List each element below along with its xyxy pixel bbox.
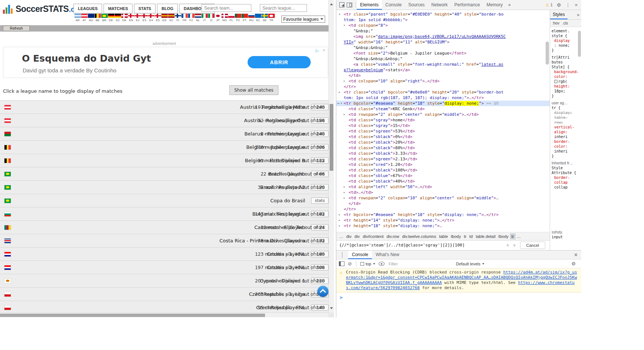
country-flag-link[interactable]: JP (215, 14, 221, 22)
country-flag-link[interactable]: TR (268, 14, 275, 22)
ad-close-icon[interactable]: × (323, 48, 325, 52)
country-flag-link[interactable]: RU (248, 14, 255, 22)
tree-toggle-arrow-icon[interactable]: ▸ (343, 195, 345, 201)
nav-button[interactable]: BLOG (157, 4, 178, 13)
nav-button[interactable]: MATCHES (104, 4, 133, 13)
tree-toggle-arrow-icon[interactable]: ▾ (340, 101, 342, 106)
dom-tree-line[interactable]: <td class="sblack">3.33</td> (336, 151, 550, 156)
style-rule-line[interactable]: } (552, 94, 581, 98)
stats-button[interactable]: stats (311, 197, 328, 204)
breadcrumb-item[interactable]: tr (462, 233, 468, 239)
style-rule-line[interactable]: element. (552, 29, 581, 33)
style-rule-line[interactable]: align: (552, 130, 581, 134)
league-row[interactable]: Belgium - Jupiler League stats 270 match… (0, 141, 328, 154)
settings-gear-icon[interactable]: ⚙ (555, 2, 563, 8)
breadcrumb-item[interactable]: div.twelve.columns (401, 233, 438, 239)
inspect-element-icon[interactable] (339, 2, 344, 7)
nav-button[interactable]: STATS (134, 4, 156, 13)
dom-tree[interactable]: ▾<tr class="parent" bgcolor="#E0E0E0" he… (336, 10, 550, 232)
dom-tree-line[interactable]: ▸<tr height="18" style="display: none;">… (336, 223, 550, 229)
country-flag-link[interactable]: SC (255, 14, 261, 22)
dom-tree-line[interactable]: <td class="steam">KRC Genk</td> (336, 106, 550, 112)
dom-tree-line[interactable]: "&nbsp;&nbsp;" (336, 45, 550, 50)
league-row[interactable]: Cameroon - Elite Two stats 12 matches pl… (0, 221, 328, 234)
hov-toggle[interactable]: :hov (552, 21, 559, 25)
breadcrumb-item[interactable]: div#content (361, 233, 385, 239)
league-row[interactable]: Austria - Regionalliga Ost stats 52 matc… (0, 114, 328, 127)
style-rule-line[interactable]: row; (552, 120, 581, 125)
dom-tree-line[interactable]: ▸<tr class="child" bgcolor="#e0e0e0" hei… (336, 89, 550, 95)
dom-tree-line[interactable]: <font size="2">Belgium - Jupiler League<… (336, 50, 550, 56)
style-rule-line[interactable]: vertical- (552, 125, 581, 130)
dom-tree-line[interactable]: <a class="vsmall" style="font-weight:nor… (336, 62, 550, 67)
dom-tree-line[interactable]: ▸<td align="left" width="50">…</td> (336, 184, 550, 190)
style-rule-line[interactable]: color: (552, 74, 581, 79)
refresh-button[interactable]: Refresh (3, 26, 30, 31)
dom-tree-line[interactable]: ▾<tr class="parent" bgcolor="#E0E0E0" he… (336, 12, 550, 17)
league-name[interactable]: Copa do Brasil (270, 198, 305, 203)
country-flag-link[interactable]: FI (174, 14, 181, 22)
clear-console-icon[interactable]: ⊘ (348, 261, 352, 266)
dom-tree-line[interactable]: "&nbsp;&nbsp;&nbsp;" (336, 56, 550, 62)
dom-tree-line[interactable]: <td class="sgreen">53%</td> (336, 128, 550, 134)
league-row[interactable]: CzechRepublic - FNL stats 95 matches pla… (0, 301, 328, 313)
country-flag-link[interactable]: FR (181, 14, 188, 22)
style-rule-line[interactable]: sshsty. (552, 230, 581, 235)
adchoices-icon[interactable]: ▷ (316, 48, 319, 53)
devtools-tab[interactable]: Performance (451, 0, 483, 10)
tree-toggle-arrow-icon[interactable]: ▸ (339, 89, 340, 95)
style-rule-line[interactable]: } (552, 48, 581, 53)
country-flag-link[interactable]: SE (261, 14, 268, 22)
style-rule-line[interactable]: border- (552, 175, 581, 180)
dom-tree-line[interactable]: </tr> (336, 84, 550, 89)
country-flag-link[interactable]: P2 (235, 14, 241, 22)
scrollbar-down-arrow-icon[interactable] (330, 307, 333, 311)
console-settings-icon[interactable]: ⚙ (571, 261, 579, 266)
cancel-button[interactable]: Cancel (520, 242, 545, 249)
nav-button[interactable]: LEAGUES (73, 4, 102, 13)
country-flag-link[interactable]: NL (194, 14, 201, 22)
styles-scrollbar-thumb[interactable] (578, 31, 581, 57)
style-rule-line[interactable]: height: (552, 84, 581, 89)
drawer-kebab-icon[interactable]: ⋮ (336, 251, 348, 258)
country-flag-link[interactable]: E2 (134, 14, 141, 22)
breadcrumb-item[interactable]: div.row (385, 233, 401, 239)
vertical-scrollbar-thumb[interactable] (330, 104, 333, 171)
dom-tree-line[interactable]: ▸<td rowspan="2" align="center" valign="… (336, 112, 550, 117)
tree-toggle-arrow-icon[interactable]: ▾ (343, 23, 345, 28)
style-rule-line[interactable]: : none; (552, 43, 581, 48)
devtools-tab[interactable]: Elements (357, 0, 382, 10)
country-flag-link[interactable]: DE (108, 14, 114, 22)
tree-toggle-arrow-icon[interactable]: ▸ (339, 212, 340, 217)
style-rule-line[interactable]: collap (552, 180, 581, 185)
search-query-input[interactable]: {//*[@class='steam']/../td[@class='sgray… (339, 243, 504, 248)
tab-styles[interactable]: Styles (550, 10, 568, 19)
country-flag-link[interactable]: IT (201, 14, 208, 22)
breadcrumb-item[interactable]: table (438, 233, 450, 239)
country-flag-link[interactable]: BR (101, 14, 108, 22)
country-flag-link[interactable]: E4 (148, 14, 154, 22)
league-row[interactable]: Costa Rica - Primera Div. - Clausura sta… (0, 234, 328, 248)
style-rule-line[interactable]: input (552, 235, 581, 239)
dom-tree-line[interactable]: ▾⋯<tr bgcolor="#eaeaea" height="18" styl… (336, 101, 550, 106)
more-tabs-icon[interactable]: » (506, 2, 513, 7)
style-rule-line[interactable]: rgb( (552, 79, 581, 84)
tree-toggle-arrow-icon[interactable]: ▾ (339, 12, 340, 17)
style-rule-line[interactable]: display (552, 38, 581, 43)
styles-rules[interactable]: element.style {display: none;}tr[Attribu… (550, 27, 581, 250)
dom-tree-line[interactable]: ▸<td rowspan="2" colspan="10" align="cen… (336, 195, 550, 201)
league-row[interactable]: Croatia - 2. HNL stats 197 matches playe… (0, 261, 328, 274)
style-rule-line[interactable]: display: (552, 110, 581, 115)
country-flag-link[interactable]: DK (121, 14, 128, 22)
style-rule-line[interactable]: color: (552, 144, 581, 149)
style-rule-line[interactable]: table- (552, 115, 581, 120)
league-row[interactable]: Bulgaria - First league stats 147 matche… (0, 207, 328, 221)
country-flag-link[interactable]: PL (228, 14, 235, 22)
country-flag-link[interactable]: S2 (168, 14, 174, 22)
style-rule-line[interactable]: 18px; (552, 89, 581, 94)
dom-tree-line[interactable]: p?league=belgium">stats</a> (336, 67, 550, 73)
color-swatch-icon[interactable] (554, 80, 558, 83)
dom-tree-line[interactable]: <td class="sblack">0%</td> (336, 134, 550, 140)
country-flag-link[interactable]: AR (74, 14, 81, 22)
dom-tree-line[interactable]: tom: 1px solid rgb(187, 187, 187); displ… (336, 95, 550, 101)
